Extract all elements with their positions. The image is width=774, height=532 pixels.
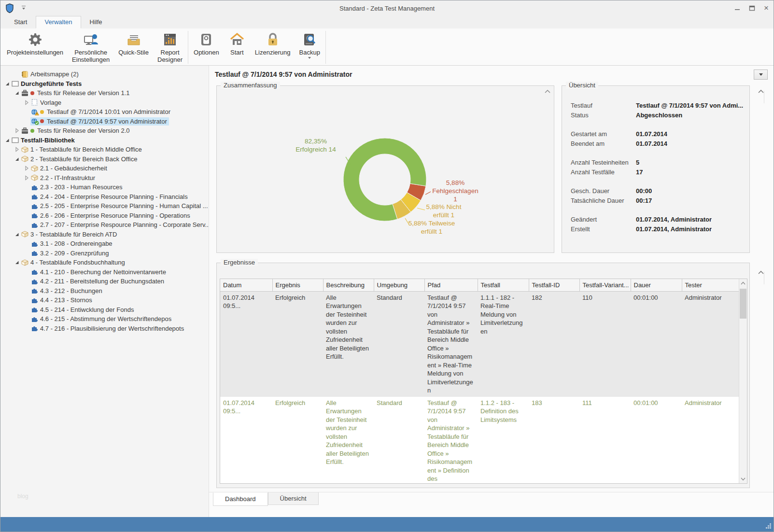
tree-item[interactable]: 3.2 - 209 - Grenzprüfung	[0, 249, 209, 258]
tree-item[interactable]: 4.2 - 211 - Bereitstellung der Buchungsd…	[0, 277, 209, 286]
results-column-header[interactable]: Tester	[682, 279, 740, 291]
tree-expander-open-icon[interactable]	[13, 231, 21, 237]
tree-item[interactable]: Vorlage	[0, 98, 209, 108]
results-table-row[interactable]: 01.07.2014 09:5...ErfolgreichAlle Erwart…	[220, 397, 740, 484]
header-dropdown-button[interactable]	[754, 70, 768, 80]
tree-expander-open-icon[interactable]	[3, 137, 11, 143]
tree-item[interactable]: Testlauf @ 7/1/2014 10:01 von Administra…	[0, 107, 209, 117]
tree-item-body[interactable]: 4.6 - 215 - Abstimmung der Wertschriften…	[30, 315, 173, 323]
tree-item[interactable]: Arbeitsmappe (2)	[0, 70, 209, 79]
tree-item-body[interactable]: 2.6 - 206 - Enterprise Resoruce Planning…	[30, 211, 192, 220]
results-column-header[interactable]: Dauer	[631, 279, 682, 291]
tree-expander-closed-icon[interactable]	[13, 147, 21, 153]
tree-item[interactable]: Tests für Release der Version 1.1	[0, 88, 209, 98]
collapse-results-chevron-icon[interactable]	[758, 269, 764, 276]
ribbon-button-backup[interactable]: Backup	[295, 29, 324, 65]
ribbon-button-lizenzierung[interactable]: Lizenzierung	[251, 29, 295, 65]
tree-item[interactable]: 2.7 - 207 - Enterprise Respource Plannin…	[0, 220, 209, 230]
tree-item[interactable]: 4.4 - 213 - Stornos	[0, 295, 209, 305]
tree-item[interactable]: 4.3 - 212 - Buchungen	[0, 286, 209, 296]
tree-expander-open-icon[interactable]	[13, 90, 21, 96]
tree-item-body[interactable]: 4.3 - 212 - Buchungen	[30, 287, 104, 295]
tree-item[interactable]: 2.2 - IT-Infrastruktur	[0, 173, 209, 183]
results-column-header[interactable]: Testfall-Variant...	[579, 279, 631, 291]
results-column-header[interactable]: Testfall	[478, 279, 529, 291]
tree-item[interactable]: 4.1 - 210 - Berechung der Nettoinventarw…	[0, 267, 209, 277]
tree-item[interactable]: 2.3 - 203 - Human Resources	[0, 182, 209, 192]
bottom-tab-dashboard[interactable]: Dashboard	[213, 492, 268, 506]
ribbon-tab-verwalten[interactable]: Verwalten	[36, 16, 81, 28]
tree-item[interactable]: 3 - Testabläufe für Bereich ATD	[0, 230, 209, 239]
tree-item-body[interactable]: 2.5 - 205 - Enterprise Resource Planning…	[30, 202, 209, 210]
tree-expander-closed-icon[interactable]	[23, 175, 30, 181]
tree-item-body[interactable]: 3 - Testabläufe für Bereich ATD	[21, 230, 119, 238]
tree-item[interactable]: Durchgeführte Tests	[0, 79, 209, 89]
tree-item[interactable]: 4.6 - 215 - Abstimmung der Wertschriften…	[0, 314, 209, 324]
results-vertical-scrollbar[interactable]	[739, 279, 747, 483]
tree-expander-closed-icon[interactable]	[23, 99, 30, 105]
tree-item[interactable]: 2.1 - Gebäudesicherheit	[0, 164, 209, 173]
tree-item-body[interactable]: 4.5 - 214 - Entiwcklung der Fonds	[30, 306, 136, 314]
tree-item[interactable]: 2.5 - 205 - Enterprise Resource Planning…	[0, 201, 209, 211]
resize-grip-icon[interactable]	[765, 522, 772, 531]
tree-item-body[interactable]: 4.2 - 211 - Bereitstellung der Buchungsd…	[30, 277, 166, 285]
results-column-header[interactable]: Umgebung	[374, 279, 424, 291]
tree-expander-closed-icon[interactable]	[23, 166, 30, 171]
tree-item-body[interactable]: 4.7 - 216 - Plausibilisierung der Wertsc…	[30, 324, 186, 333]
results-column-header[interactable]: Ergebnis	[272, 279, 323, 291]
tree-item[interactable]: Testfall-Bibliothek	[0, 136, 209, 145]
tree-item[interactable]: 4.5 - 214 - Entiwcklung der Fonds	[0, 305, 209, 315]
tree-item-body[interactable]: 2.1 - Gebäudesicherheit	[30, 164, 109, 172]
tree-item-body[interactable]: Testlauf @ 7/1/2014 10:01 von Administra…	[30, 108, 172, 116]
tree-item-body[interactable]: Arbeitsmappe (2)	[21, 70, 81, 78]
results-column-header[interactable]: Beschreibung	[323, 279, 374, 291]
results-column-header[interactable]: Pfad	[424, 279, 478, 291]
scroll-down-icon[interactable]	[739, 475, 747, 483]
ribbon-tab-start[interactable]: Start	[5, 16, 36, 28]
tree-item[interactable]: 2.6 - 206 - Enterprise Resoruce Planning…	[0, 211, 209, 221]
tree-item[interactable]: 2 - Testabläufe für Bereich Back Office	[0, 154, 209, 164]
tree-item[interactable]: 1 - Testabläufe für Bereich Middle Offic…	[0, 145, 209, 154]
results-column-header[interactable]: Datum	[220, 279, 272, 291]
tree-expander-open-icon[interactable]	[3, 81, 11, 86]
tree-item-body[interactable]: Tests für Release der Version 2.0	[21, 126, 132, 135]
tree-item[interactable]: Testlauf @ 7/1/2014 9:57 von Administrat…	[0, 117, 209, 126]
tree-item[interactable]: 2.4 - 204 - Enterprise Resource Planning…	[0, 192, 209, 202]
ribbon-button-quick-stile[interactable]: Quick-Stile	[114, 29, 153, 65]
tree-item-body[interactable]: 1 - Testabläufe für Bereich Middle Offic…	[21, 145, 144, 154]
ribbon-button-projekteinstellungen[interactable]: Projekteinstellungen	[2, 29, 68, 65]
tree-item-body[interactable]: 2.7 - 207 - Enterprise Respource Plannin…	[30, 221, 209, 229]
tree-item-body[interactable]: 4.4 - 213 - Stornos	[30, 296, 94, 304]
tree-item[interactable]: 4.7 - 216 - Plausibilisierung der Wertsc…	[0, 324, 209, 334]
tree-item-body[interactable]: Durchgeführte Tests	[11, 80, 84, 88]
results-column-header[interactable]: Testfall-ID	[529, 279, 579, 291]
tree-item[interactable]: 4 - Testabläufe Fondsbuchhaltung	[0, 258, 209, 267]
tree-item-body[interactable]: 2.4 - 204 - Enterprise Resource Planning…	[30, 193, 190, 201]
tree-expander-open-icon[interactable]	[13, 260, 21, 266]
tree-item-body[interactable]: 3.1 - 208 - Ordnereingabe	[30, 239, 114, 248]
results-table-row[interactable]: 01.07.2014 09:5...ErfolgreichAlle Erwart…	[220, 291, 740, 397]
tree-item[interactable]: 3.1 - 208 - Ordnereingabe	[0, 239, 209, 249]
tree-item-body[interactable]: Vorlage	[30, 98, 63, 107]
scrollbar-thumb[interactable]	[740, 289, 746, 319]
tree-expander-open-icon[interactable]	[13, 156, 21, 162]
tree-expander-closed-icon[interactable]	[13, 128, 21, 134]
bottom-tab--bersicht[interactable]: Übersicht	[268, 492, 319, 505]
collapse-top-row-chevron-icon[interactable]	[758, 88, 764, 95]
tree-item-body[interactable]: Tests für Release der Version 1.1	[21, 89, 132, 97]
tree-item[interactable]: Tests für Release der Version 2.0	[0, 126, 209, 136]
ribbon-button-report-designer[interactable]: Report Designer	[153, 29, 187, 65]
ribbon-tab-hilfe[interactable]: Hilfe	[81, 16, 111, 28]
tree-item-body[interactable]: 2 - Testabläufe für Bereich Back Office	[21, 155, 139, 163]
tree-item-body[interactable]: Testlauf @ 7/1/2014 9:57 von Administrat…	[30, 117, 169, 126]
ribbon-button-optionen[interactable]: Optionen	[189, 29, 224, 65]
ribbon-button-pers-nliche-einstellungen[interactable]: Persönliche Einstellungen	[68, 29, 114, 65]
scroll-up-icon[interactable]	[739, 279, 747, 287]
tree-item-body[interactable]: 2.3 - 203 - Human Resources	[30, 183, 125, 191]
tree-item-body[interactable]: 2.2 - IT-Infrastruktur	[30, 174, 97, 182]
tree-item-body[interactable]: 4 - Testabläufe Fondsbuchhaltung	[21, 258, 127, 266]
ribbon-button-start[interactable]: Start	[224, 29, 251, 65]
tree-item-body[interactable]: Testfall-Bibliothek	[11, 136, 77, 144]
tree-item-body[interactable]: 4.1 - 210 - Berechung der Nettoinventarw…	[30, 268, 168, 276]
tree-item-body[interactable]: 3.2 - 209 - Grenzprüfung	[30, 249, 111, 257]
